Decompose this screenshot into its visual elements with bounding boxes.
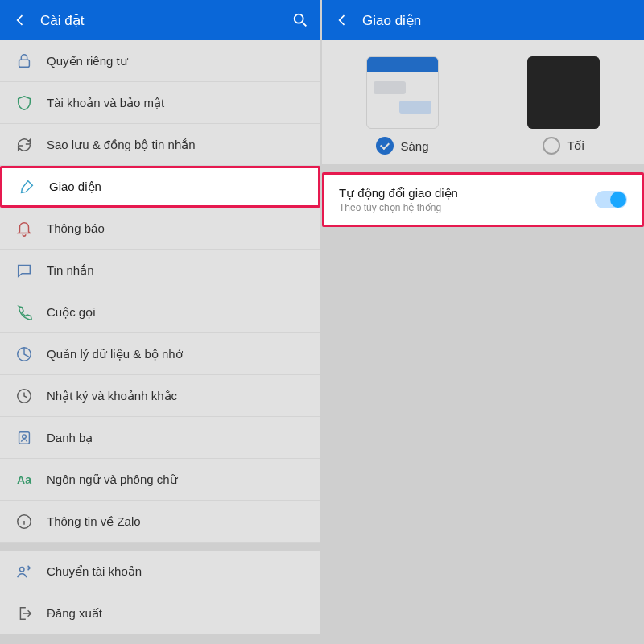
settings-item-about[interactable]: Thông tin về Zalo <box>0 501 320 543</box>
theme-option-light[interactable]: Sáng <box>330 56 475 155</box>
item-label: Giao diện <box>49 180 101 194</box>
lock-icon <box>14 52 34 71</box>
brush-icon <box>17 177 36 196</box>
back-icon[interactable] <box>11 11 29 29</box>
settings-item-messages[interactable]: Tin nhắn <box>0 250 320 291</box>
item-label: Quyền riêng tư <box>47 54 128 68</box>
item-label: Danh bạ <box>47 431 93 445</box>
dark-label: Tối <box>567 138 584 153</box>
settings-item-calls[interactable]: Cuộc gọi <box>0 291 320 333</box>
svg-point-7 <box>20 567 25 572</box>
shield-icon <box>14 93 34 113</box>
switch-user-icon <box>14 562 34 581</box>
item-label: Tin nhắn <box>47 263 93 278</box>
item-label: Cuộc gọi <box>47 305 96 320</box>
settings-header: Cài đặt <box>0 0 320 40</box>
back-icon[interactable] <box>333 11 351 29</box>
settings-item-data-storage[interactable]: Quản lý dữ liệu & bộ nhớ <box>0 333 320 375</box>
item-label: Thông tin về Zalo <box>47 514 141 529</box>
settings-item-account-security[interactable]: Tài khoản và bảo mật <box>0 82 320 124</box>
chat-icon <box>14 261 34 280</box>
light-label: Sáng <box>400 139 428 153</box>
dark-preview <box>527 56 600 129</box>
interface-header: Giao diện <box>322 0 644 40</box>
item-label: Ngôn ngữ và phông chữ <box>47 473 178 487</box>
settings-item-notifications[interactable]: Thông báo <box>0 208 320 250</box>
item-label: Thông báo <box>47 221 105 235</box>
svg-point-0 <box>295 14 303 23</box>
settings-item-contacts[interactable]: Danh bạ <box>0 417 320 459</box>
settings-item-interface[interactable]: Giao diện <box>0 166 320 208</box>
settings-title: Cài đặt <box>40 12 84 29</box>
radio-unchecked-icon[interactable] <box>543 137 560 155</box>
bell-icon <box>14 219 34 238</box>
interface-pane: Giao diện Sáng Tối <box>322 0 644 644</box>
auto-theme-row[interactable]: Tự động đổi giao diện Theo tùy chọn hệ t… <box>322 172 644 227</box>
light-preview <box>366 56 439 129</box>
item-label: Quản lý dữ liệu & bộ nhớ <box>47 347 183 361</box>
auto-theme-subtitle: Theo tùy chọn hệ thống <box>339 202 458 213</box>
settings-pane: Cài đặt Quyền riêng tư Tài khoản và bảo … <box>0 0 322 644</box>
search-icon[interactable] <box>291 11 309 29</box>
auto-theme-toggle[interactable] <box>595 191 627 208</box>
settings-item-privacy[interactable]: Quyền riêng tư <box>0 40 320 82</box>
settings-item-logout[interactable]: Đăng xuất <box>0 592 320 634</box>
font-icon: Aa <box>14 470 34 489</box>
auto-theme-title: Tự động đổi giao diện <box>339 186 458 200</box>
svg-rect-1 <box>19 60 30 67</box>
contacts-icon <box>14 428 34 448</box>
settings-item-switch-account[interactable]: Chuyển tài khoản <box>0 551 320 592</box>
theme-option-dark[interactable]: Tối <box>491 56 636 155</box>
interface-title: Giao diện <box>362 12 421 29</box>
item-label: Sao lưu & đồng bộ tin nhắn <box>47 138 196 152</box>
radio-checked-icon[interactable] <box>376 137 394 155</box>
item-label: Đăng xuất <box>47 606 102 621</box>
theme-selector: Sáng Tối <box>322 40 644 164</box>
item-label: Tài khoản và bảo mật <box>47 96 164 110</box>
pie-icon <box>14 345 34 364</box>
logout-icon <box>14 604 34 623</box>
phone-icon <box>14 303 34 322</box>
info-icon <box>14 512 34 531</box>
settings-item-diary-moments[interactable]: Nhật ký và khoảnh khắc <box>0 375 320 417</box>
item-label: Chuyển tài khoản <box>47 564 142 579</box>
sync-icon <box>14 135 34 155</box>
settings-item-language-font[interactable]: Aa Ngôn ngữ và phông chữ <box>0 459 320 501</box>
settings-list: Quyền riêng tư Tài khoản và bảo mật Sao … <box>0 40 320 634</box>
svg-point-5 <box>23 434 27 438</box>
item-label: Nhật ký và khoảnh khắc <box>47 389 177 403</box>
settings-item-backup-sync[interactable]: Sao lưu & đồng bộ tin nhắn <box>0 124 320 166</box>
clock-icon <box>14 386 34 406</box>
